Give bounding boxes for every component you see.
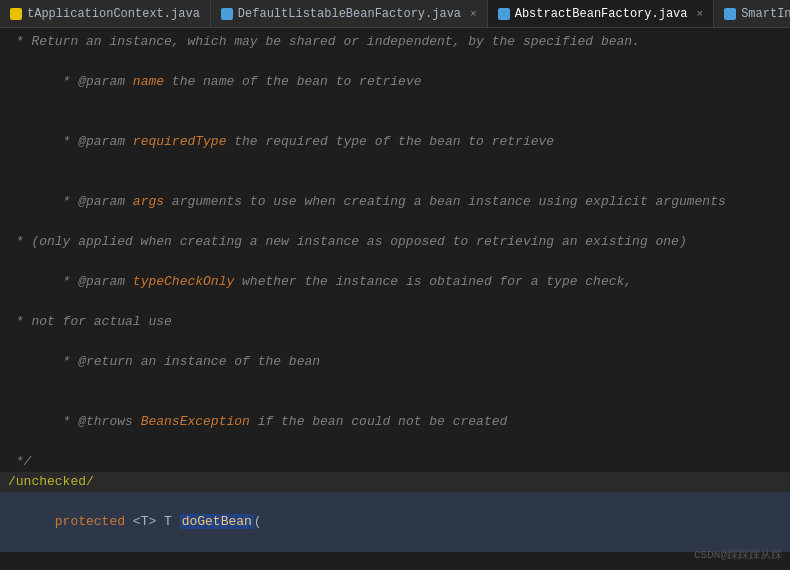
params-line: String name, @Nullable Class<T> required…: [0, 552, 790, 570]
code-line: * (only applied when creating a new inst…: [0, 232, 790, 252]
code-area: * Return an instance, which may be share…: [0, 28, 790, 570]
tab-label-1: DefaultListableBeanFactory.java: [238, 7, 461, 21]
tab-label-2: AbstractBeanFactory.java: [515, 7, 688, 21]
tab-close-1[interactable]: ×: [470, 8, 477, 20]
tab-smartinitializing[interactable]: SmartInitializingSinglet: [714, 0, 790, 27]
code-line: * @param args arguments to use when crea…: [0, 172, 790, 232]
tab-abstractbean[interactable]: AbstractBeanFactory.java ×: [488, 0, 714, 27]
code-line: * @param requiredType the required type …: [0, 112, 790, 172]
tab-label-3: SmartInitializingSinglet: [741, 7, 790, 21]
tab-applicationcontext[interactable]: tApplicationContext.java: [0, 0, 211, 27]
tab-close-2[interactable]: ×: [697, 8, 704, 20]
tab-bar: tApplicationContext.java DefaultListable…: [0, 0, 790, 28]
code-line: * Return an instance, which may be share…: [0, 32, 790, 52]
code-line: */: [0, 452, 790, 472]
method-signature-line: protected <T> T doGetBean(: [0, 492, 790, 552]
tab-icon-s: [724, 8, 736, 20]
tab-icon-j: [10, 8, 22, 20]
tab-defaultlistable[interactable]: DefaultListableBeanFactory.java ×: [211, 0, 488, 27]
tab-icon-d: [221, 8, 233, 20]
code-line: * @param name the name of the bean to re…: [0, 52, 790, 112]
code-line: * @throws BeansException if the bean cou…: [0, 392, 790, 452]
watermark: CSDN@踩踩踩从踩: [694, 547, 782, 562]
code-line: * @return an instance of the bean: [0, 332, 790, 392]
tab-icon-a: [498, 8, 510, 20]
tab-label-0: tApplicationContext.java: [27, 7, 200, 21]
code-line: * @param typeCheckOnly whether the insta…: [0, 252, 790, 312]
code-line: * not for actual use: [0, 312, 790, 332]
unchecked-annotation-line: /unchecked/: [0, 472, 790, 492]
